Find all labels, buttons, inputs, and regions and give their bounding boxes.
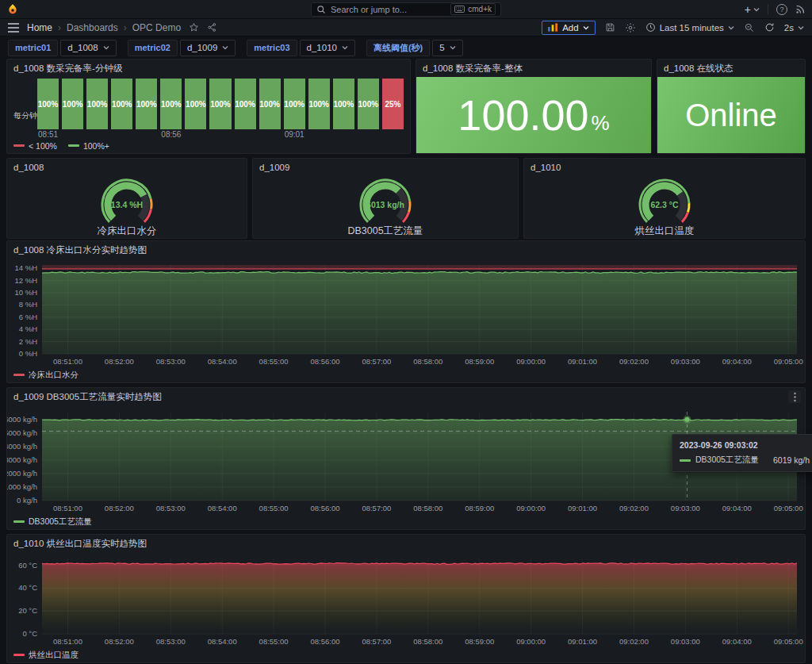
bar[interactable]: 100%	[333, 79, 354, 129]
svg-text:08:53:00: 08:53:00	[156, 504, 186, 512]
svg-text:3000 kg/h: 3000 kg/h	[7, 455, 37, 464]
svg-text:08:55:00: 08:55:00	[259, 504, 289, 512]
series-color-dash	[680, 459, 691, 462]
bar[interactable]: 100%	[136, 79, 157, 129]
tooltip-series-row: DB3005工艺流量 6019 kg/h	[680, 455, 810, 466]
x-tick-label: 08:56	[160, 130, 182, 140]
timeseries-legend: DB3005工艺流量	[7, 515, 805, 528]
panel-title[interactable]: d_1008 冷床出口水分实时趋势图	[7, 241, 805, 259]
x-tick-label	[136, 130, 157, 140]
svg-text:12 %H: 12 %H	[14, 276, 37, 285]
var-metric01-select[interactable]: d_1008	[60, 40, 116, 56]
bar[interactable]: 100%	[160, 79, 182, 129]
svg-text:09:03:00: 09:03:00	[671, 357, 700, 366]
legend-label: 冷床出口水分	[29, 370, 79, 381]
bar[interactable]: 100%	[358, 79, 379, 129]
svg-text:08:59:00: 08:59:00	[465, 357, 494, 366]
bar[interactable]: 100%	[235, 79, 256, 129]
settings-gear-icon[interactable]	[625, 22, 636, 33]
svg-text:08:56:00: 08:56:00	[311, 357, 340, 366]
panels-row-temperature-trend: d_1010 烘丝出口温度实时趋势图 0 °C20 °C40 °C60 °C08…	[0, 534, 812, 663]
share-icon[interactable]	[207, 22, 217, 33]
var-metric03-select[interactable]: d_1010	[300, 40, 355, 56]
var-metric02-select[interactable]: d_1009	[180, 40, 236, 56]
star-icon[interactable]	[189, 22, 199, 33]
svg-text:09:05:00: 09:05:00	[774, 637, 803, 646]
bar[interactable]: 100%	[284, 79, 305, 129]
zoom-out-icon[interactable]	[744, 22, 755, 33]
svg-text:08:58:00: 08:58:00	[413, 357, 442, 366]
svg-text:10 %H: 10 %H	[14, 288, 37, 297]
bar-value-label: 100%	[333, 100, 354, 109]
panel-title[interactable]: d_1008 数采完备率-整体	[416, 59, 651, 77]
add-button[interactable]: Add	[542, 21, 595, 35]
bar[interactable]: 100%	[259, 79, 281, 129]
legend-item[interactable]: DB3005工艺流量	[13, 516, 92, 528]
bar[interactable]: 100%	[86, 79, 108, 129]
var-offline-threshold-select[interactable]: 5	[432, 40, 462, 56]
stat-value: 100.00	[458, 90, 588, 140]
panel-title[interactable]: d_1008 在线状态	[657, 59, 805, 77]
chevron-down-icon	[450, 45, 456, 50]
svg-text:6 %H: 6 %H	[19, 313, 37, 321]
var-metric03-value: d_1010	[307, 43, 337, 52]
bar[interactable]: 100%	[37, 79, 59, 129]
breadcrumb: Home › Dashboards › OPC Demo	[27, 22, 181, 33]
bar[interactable]: 100%	[308, 79, 330, 129]
help-icon[interactable]: ?	[776, 4, 787, 15]
grafana-logo-icon[interactable]	[6, 3, 19, 16]
top-nav: Search or jump to... cmd+k + ?	[0, 0, 812, 19]
save-icon[interactable]	[605, 22, 615, 33]
bar[interactable]: 100%	[209, 79, 231, 129]
bar[interactable]: 25%	[382, 79, 404, 129]
news-icon[interactable]	[795, 4, 806, 14]
var-metric01: metric01 d_1008	[8, 40, 117, 56]
timeseries-temperature[interactable]: 0 °C20 °C40 °C60 °C08:51:0008:52:0008:53…	[7, 552, 805, 648]
timeseries-moisture[interactable]: 0 %H2 %H4 %H6 %H8 %H10 %H12 %H14 %H08:51…	[7, 259, 805, 368]
menu-icon[interactable]	[8, 23, 19, 33]
panel-moisture-trend: d_1008 冷床出口水分实时趋势图 0 %H2 %H4 %H6 %H8 %H1…	[6, 240, 806, 383]
breadcrumb-home[interactable]: Home	[27, 22, 52, 33]
status-badge: Online	[685, 98, 777, 133]
svg-text:08:51:00: 08:51:00	[53, 357, 82, 366]
svg-text:08:51:00: 08:51:00	[53, 637, 82, 646]
search-input[interactable]: Search or jump to... cmd+k	[311, 2, 501, 17]
legend-item[interactable]: 100%+	[68, 141, 109, 151]
legend-item[interactable]: 冷床出口水分	[13, 370, 79, 381]
divider	[768, 4, 768, 14]
bar-plot-area: 100%100%100%100%100%100%100%100%100%100%…	[37, 79, 404, 129]
panel-title[interactable]: d_1008	[7, 159, 247, 176]
gauge-arc: 62.3 °C	[630, 176, 699, 224]
panel-title[interactable]: d_1009 DB3005工艺流量实时趋势图	[7, 388, 805, 405]
svg-text:09:02:00: 09:02:00	[619, 637, 649, 646]
chevron-down-icon	[103, 45, 109, 50]
bar[interactable]: 100%	[111, 79, 132, 129]
refresh-interval-picker[interactable]: 2s	[784, 23, 804, 33]
var-offline-threshold: 离线阈值(秒) 5	[366, 40, 463, 56]
svg-text:09:03:00: 09:03:00	[671, 637, 700, 646]
chevron-down-icon	[798, 25, 804, 30]
time-range-picker[interactable]: Last 15 minutes	[645, 22, 734, 33]
new-menu-button[interactable]: +	[745, 4, 760, 15]
x-tick-label	[259, 130, 281, 140]
bar-value-label: 100%	[284, 100, 304, 109]
panels-row-gauges: d_1008 13.4 %H 冷床出口水分 d_1009 6013 kg/h D…	[0, 158, 812, 236]
svg-text:20 °C: 20 °C	[18, 606, 37, 615]
panel-title[interactable]: d_1010 烘丝出口温度实时趋势图	[7, 535, 805, 552]
svg-text:09:00:00: 09:00:00	[516, 504, 546, 512]
legend-item[interactable]: 烘丝出口温度	[13, 650, 79, 661]
x-tick-label	[62, 130, 83, 140]
panel-title[interactable]: d_1010	[524, 159, 805, 176]
panel-title[interactable]: d_1009	[253, 159, 518, 176]
legend-item[interactable]: < 100%	[13, 141, 57, 151]
panel-title[interactable]: d_1008 数采完备率-分钟级	[7, 59, 410, 77]
bar-value-label: 100%	[136, 100, 157, 109]
panel-menu-button[interactable]	[788, 390, 801, 403]
refresh-icon[interactable]	[764, 22, 775, 33]
bar[interactable]: 100%	[185, 79, 206, 129]
svg-text:08:57:00: 08:57:00	[362, 357, 391, 366]
gauge-label: 冷床出口水分	[98, 225, 157, 238]
bar[interactable]: 100%	[62, 79, 83, 129]
breadcrumb-dashboards[interactable]: Dashboards	[67, 22, 118, 33]
svg-text:08:53:00: 08:53:00	[156, 357, 186, 366]
